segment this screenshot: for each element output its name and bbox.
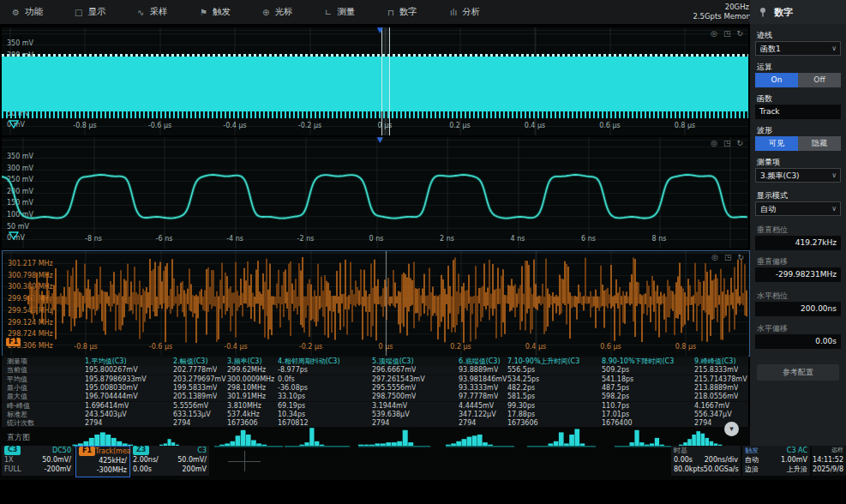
meas-item-select[interactable]: 3.频率(C3) ∨ — [755, 168, 841, 183]
zoom-window-cursor[interactable] — [381, 27, 390, 135]
camera-icon[interactable]: ◎ — [711, 253, 718, 261]
camera-icon[interactable]: ◎ — [711, 29, 717, 38]
x-axis-label: -4 ns — [226, 235, 243, 243]
measurement-value: 195.800267mV — [85, 366, 138, 375]
x-axis-label: -0.2 µs — [298, 122, 321, 129]
panel-zoom[interactable]: ▼ ◎ ◳ ↻ 350 mV300 mV250 mV200 mV150 mV10… — [2, 137, 748, 249]
expand-icon[interactable]: ◳ — [723, 29, 731, 38]
pin-icon[interactable] — [759, 7, 767, 17]
memory-readout: 2.5Gpts Memory — [693, 12, 753, 21]
waveform-hidden[interactable]: 隐藏 — [798, 136, 841, 151]
measurement-value: 347.122µV — [459, 411, 496, 419]
trigger-position-icon[interactable]: ▼ — [377, 27, 383, 34]
function-field[interactable]: Track — [755, 105, 841, 119]
zoom-tdiv: 2.00ns/ — [133, 455, 159, 465]
x-axis-label: 0.4 µs — [525, 122, 546, 129]
measurement-value: 581.5ps — [507, 393, 535, 401]
meas-item-value: 3.频率(C3) — [760, 171, 800, 180]
panel-toolbar: ◎ ◳ ↻ — [711, 253, 744, 261]
zoom-vdiv: 50.0mV/ — [177, 455, 207, 465]
restore-icon[interactable]: ↻ — [736, 29, 743, 38]
trace-select[interactable]: 函数1 ∨ — [755, 41, 841, 56]
x-axis-label: 2 ns — [440, 235, 454, 243]
measurement-value: 93.981846mV — [459, 375, 507, 384]
measurement-column-header: 3.频率(C3) — [227, 357, 262, 366]
hscale-field[interactable]: 200.00ns — [755, 302, 841, 316]
add-trace-crosshair[interactable] — [221, 447, 267, 475]
timebase-box[interactable]: 时基 0.00s 200ns/div 80.0kpts 50.0GSa/s — [671, 446, 741, 476]
measurement-value: 243.5403µV — [85, 411, 127, 419]
x-axis-label: -2 ns — [297, 235, 315, 243]
menu-item-采样[interactable]: ∿采样 — [137, 6, 200, 18]
camera-icon[interactable]: ◎ — [711, 139, 717, 147]
menu-item-数字[interactable]: ⊓数字 — [387, 6, 450, 18]
sidebar-header[interactable]: 数字 — [750, 0, 846, 24]
row-label: 测量项 — [7, 357, 27, 366]
zoom-source: C3 — [197, 446, 207, 455]
operation-off[interactable]: Off — [798, 73, 841, 87]
chevron-down-icon: ∨ — [831, 42, 837, 56]
measurement-column-header: 4.相邻周期抖动(C3) — [278, 357, 340, 366]
measurement-histogram — [675, 427, 731, 447]
x-axis-label: -0.2 µs — [299, 343, 322, 351]
zoom-descriptor-box[interactable]: Z3 C3 2.00ns/ 50.0mV/ 0.00s 200mV — [130, 446, 209, 476]
menu-item-功能[interactable]: ⚙功能 — [12, 6, 75, 18]
sidebar-title: 数字 — [774, 6, 793, 19]
measurement-value: 3.810MHz — [227, 402, 261, 411]
measurement-value: 298.7500mV — [372, 393, 416, 401]
menu-item-光标[interactable]: ⊕光标 — [262, 6, 325, 18]
panel-acquisition[interactable]: ▼ ◎ ◳ ↻ 350 mV300 mV250 mV200 mV150 mV10… — [2, 27, 748, 135]
menu-item-触发[interactable]: ⚑触发 — [200, 6, 262, 18]
menu-item-显示[interactable]: □显示 — [75, 6, 137, 18]
trigger-box[interactable]: 触发 C3 AC 自动 1.00mV 边沿 上升沿 — [742, 446, 810, 476]
c3-descriptor-box[interactable]: C3 DC50 1X 50.0mV/ FULL -200mV — [2, 446, 74, 476]
x-axis-label: -0.4 µs — [224, 343, 247, 351]
menu-item-label: 数字 — [399, 6, 417, 18]
timebase-points: 80.0kpts — [674, 465, 704, 474]
expand-icon[interactable]: ◳ — [723, 139, 731, 147]
row-label: 当前值 — [7, 366, 27, 375]
waveform-visible[interactable]: 可见 — [755, 136, 798, 151]
menu-item-分析[interactable]: ılı分析 — [450, 6, 513, 18]
trigger-slope: 上升沿 — [787, 465, 807, 474]
timebase-title: 时基 — [674, 446, 687, 455]
reference-config-button[interactable]: 参考配置 — [757, 364, 839, 381]
measurement-value: 196.704444mV — [85, 393, 138, 401]
voffset-field[interactable]: -299.98231MHz — [755, 267, 841, 282]
f1-descriptor-box[interactable]: F1 Track(mea3) 425kHz/ -300MHz — [75, 446, 130, 477]
vscale-field[interactable]: 419.27kHz — [755, 236, 841, 250]
measurement-histogram — [358, 427, 430, 447]
hoffset-field[interactable]: 0.00s — [755, 334, 841, 349]
restore-icon[interactable]: ↻ — [736, 139, 743, 147]
row-label: 最小值 — [7, 384, 27, 393]
operation-toggle[interactable]: On Off — [755, 73, 841, 87]
expand-icon[interactable]: ◳ — [724, 253, 732, 261]
trigger-type: 边沿 — [745, 465, 759, 474]
measurement-value: 203.279697mV — [173, 375, 226, 384]
c3-offset-marker-icon[interactable] — [9, 231, 19, 240]
c3-waveform-band — [2, 57, 748, 111]
f1-function-badge: F1 — [79, 447, 95, 456]
waveform-toggle[interactable]: 可见 隐藏 — [755, 136, 841, 151]
trigger-position-icon[interactable]: ▼ — [377, 137, 383, 144]
measurement-value: 537.4kHz — [227, 411, 260, 419]
panel-track-f1[interactable]: F1 ◎ ◳ ↻ 301.217 MHz300.798 MHz300.380 M… — [2, 250, 750, 357]
measurement-histogram — [214, 427, 283, 447]
menu-item-label: 采样 — [149, 6, 167, 18]
c3-offset-marker-icon[interactable] — [9, 120, 19, 129]
trace-label: 迹线 — [757, 30, 772, 41]
measurement-histogram — [527, 427, 596, 447]
menubar: ⚙功能□显示∿采样⚑触发⊕光标∟测量⊓数字ılı分析 — [0, 0, 750, 24]
measurement-row: 最大值196.704444mV205.1389mV301.91MHz33.10p… — [2, 393, 748, 401]
cursor-icon: ⊕ — [262, 8, 269, 17]
measurement-column-header: 7.10-90%上升时间(C3 — [507, 357, 579, 366]
operation-on[interactable]: On — [755, 73, 798, 87]
restore-icon[interactable]: ↻ — [737, 253, 744, 261]
measurement-value: 4.4445mV — [459, 402, 494, 411]
menu-item-测量[interactable]: ∟测量 — [325, 6, 387, 18]
c3-coupling: DC50 — [52, 446, 71, 455]
x-axis-label: 0 ns — [369, 235, 384, 243]
f1-badge[interactable]: F1 — [6, 338, 21, 346]
display-mode-select[interactable]: 自动 ∨ — [755, 201, 841, 216]
scroll-down-button[interactable]: ▾ — [724, 422, 739, 436]
